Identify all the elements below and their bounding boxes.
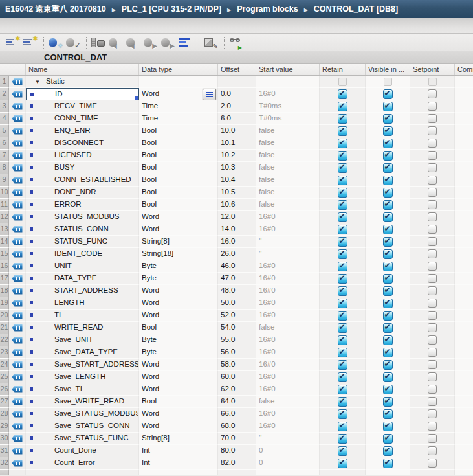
comment-cell[interactable] xyxy=(455,88,473,100)
start-value-cell[interactable]: 16#0 xyxy=(256,420,320,433)
setpoint-checkbox[interactable] xyxy=(428,323,437,332)
setpoint-checkbox[interactable] xyxy=(428,89,437,98)
setpoint-checkbox[interactable] xyxy=(428,397,437,406)
setpoint-checkbox[interactable] xyxy=(428,114,437,123)
expanded-mode-icon[interactable] xyxy=(178,36,193,49)
visible-checkbox[interactable] xyxy=(383,446,393,456)
datatype-cell[interactable]: String[8] xyxy=(139,433,218,445)
datatype-cell[interactable]: Bool xyxy=(139,174,218,187)
retain-checkbox[interactable] xyxy=(338,335,347,345)
datatype-cell[interactable]: Byte xyxy=(139,273,218,285)
setpoint-checkbox[interactable] xyxy=(428,163,437,172)
col-header-visible[interactable]: Visible in ... xyxy=(366,64,410,75)
start-value-cell[interactable]: 16#0 xyxy=(256,297,320,310)
start-value-cell[interactable]: T#0ms xyxy=(256,100,320,113)
monitor-all-icon[interactable]: ▶ xyxy=(228,36,244,49)
row-number[interactable]: 7 xyxy=(0,150,9,162)
name-cell[interactable]: DISCONNECT xyxy=(26,137,139,150)
comment-cell[interactable] xyxy=(455,273,473,285)
comment-cell[interactable] xyxy=(455,187,473,199)
comment-cell[interactable] xyxy=(455,125,473,137)
visible-checkbox[interactable] xyxy=(383,422,393,431)
datatype-cell[interactable]: Byte xyxy=(139,334,218,346)
row-number[interactable]: 1 xyxy=(0,76,9,88)
comment-cell[interactable] xyxy=(455,285,473,297)
datatype-cell[interactable]: Word xyxy=(139,420,218,433)
visible-checkbox[interactable] xyxy=(383,212,393,222)
setpoint-checkbox[interactable] xyxy=(428,335,437,345)
name-cell[interactable]: LICENSED xyxy=(26,150,139,162)
start-value-cell[interactable]: 16#0 xyxy=(256,285,320,297)
datatype-cell[interactable]: Bool xyxy=(139,125,218,137)
comment-cell[interactable] xyxy=(455,260,473,273)
start-value-cell[interactable]: false xyxy=(256,187,320,199)
comment-cell[interactable] xyxy=(455,150,473,162)
name-cell[interactable]: STATUS_CONN xyxy=(26,223,139,236)
setpoint-checkbox[interactable] xyxy=(428,225,437,234)
comment-cell[interactable] xyxy=(455,211,473,223)
visible-checkbox[interactable] xyxy=(383,434,393,444)
visible-checkbox[interactable] xyxy=(383,102,393,111)
col-header-offset[interactable]: Offset xyxy=(218,64,256,75)
name-cell[interactable]: ENQ_ENR xyxy=(26,125,139,137)
row-number[interactable]: 6 xyxy=(0,137,9,150)
retain-checkbox[interactable] xyxy=(338,434,347,444)
datatype-cell[interactable]: Int xyxy=(139,457,218,470)
datatype-cell[interactable]: Time xyxy=(139,113,218,125)
retain-checkbox[interactable] xyxy=(338,372,347,382)
setpoint-checkbox[interactable] xyxy=(428,262,437,271)
start-value-cell[interactable]: T#0ms xyxy=(256,113,320,125)
comment-cell[interactable] xyxy=(455,174,473,187)
row-number[interactable]: 28 xyxy=(0,408,9,420)
copy-snapshot-to-start-icon[interactable]: ◀ xyxy=(108,36,124,49)
retain-checkbox[interactable] xyxy=(338,126,347,136)
name-cell[interactable]: STATUS_FUNC xyxy=(26,236,139,248)
retain-checkbox[interactable] xyxy=(338,348,347,357)
row-number[interactable]: 32 xyxy=(0,457,9,470)
visible-checkbox[interactable] xyxy=(383,188,393,198)
comment-cell[interactable] xyxy=(455,457,473,470)
name-cell[interactable]: STATUS_MODBUS xyxy=(26,211,139,223)
retain-checkbox[interactable] xyxy=(338,446,347,456)
row-number[interactable]: 23 xyxy=(0,346,9,359)
retain-checkbox[interactable] xyxy=(338,459,347,468)
col-header-type[interactable]: Data type xyxy=(139,64,218,75)
name-cell[interactable]: ID xyxy=(26,88,139,100)
col-header-start[interactable]: Start value xyxy=(256,64,320,75)
visible-checkbox[interactable] xyxy=(383,286,393,296)
datatype-cell[interactable]: Byte xyxy=(139,260,218,273)
datatype-cell[interactable]: String[18] xyxy=(139,248,218,260)
retain-checkbox[interactable] xyxy=(338,139,347,148)
name-cell[interactable]: Save_START_ADDRESS xyxy=(26,359,139,371)
start-value-cell[interactable]: 0 xyxy=(256,457,320,470)
start-value-cell[interactable]: false xyxy=(256,322,320,334)
row-number[interactable]: 8 xyxy=(0,162,9,174)
name-cell[interactable]: DATA_TYPE xyxy=(26,273,139,285)
selection-handle[interactable] xyxy=(135,96,138,100)
visible-checkbox[interactable] xyxy=(383,262,393,271)
datatype-cell[interactable]: Time xyxy=(139,100,218,113)
row-number[interactable]: 9 xyxy=(0,174,9,187)
setpoint-checkbox[interactable] xyxy=(428,126,437,135)
row-number[interactable]: 20 xyxy=(0,310,9,322)
setpoint-checkbox[interactable] xyxy=(428,422,437,431)
visible-checkbox[interactable] xyxy=(383,360,393,370)
datatype-cell[interactable]: Bool xyxy=(139,396,218,408)
row-number[interactable]: 15 xyxy=(0,248,9,260)
retain-checkbox[interactable] xyxy=(338,299,347,308)
retain-checkbox[interactable] xyxy=(338,163,347,173)
comment-cell[interactable] xyxy=(455,322,473,334)
comment-cell[interactable] xyxy=(455,137,473,150)
name-cell[interactable]: LENGTH xyxy=(26,297,139,310)
name-cell[interactable]: Count_Done xyxy=(26,445,139,457)
row-number[interactable]: 31 xyxy=(0,445,9,457)
visible-checkbox[interactable] xyxy=(383,299,393,308)
row-number[interactable]: 11 xyxy=(0,199,9,211)
datatype-cell[interactable]: Word xyxy=(139,211,218,223)
insert-row-icon[interactable]: ✶ xyxy=(5,36,21,49)
visible-checkbox[interactable] xyxy=(383,274,393,284)
visible-checkbox[interactable] xyxy=(383,348,393,357)
name-cell[interactable]: Save_STATUS_CONN xyxy=(26,420,139,433)
name-cell[interactable]: DONE_NDR xyxy=(26,187,139,199)
visible-checkbox[interactable] xyxy=(383,459,393,468)
